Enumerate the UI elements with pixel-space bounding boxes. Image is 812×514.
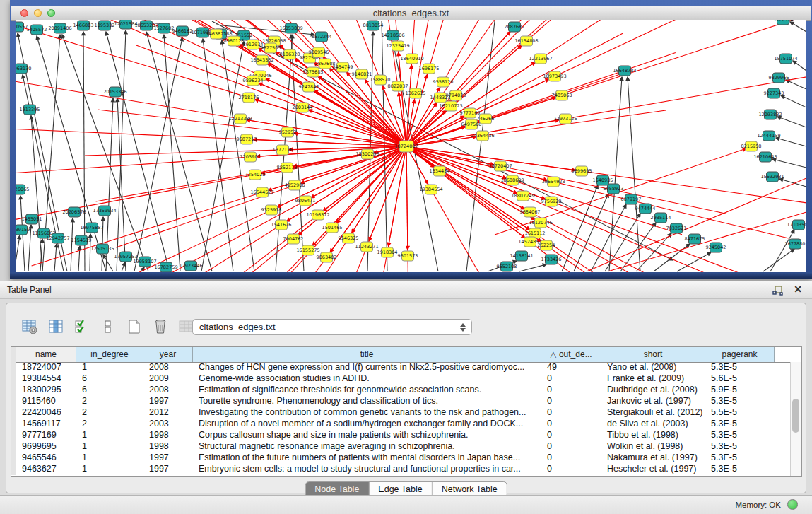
graph-node-label: 9827505 xyxy=(261,45,281,51)
graph-node-label: 15720407 xyxy=(488,163,512,169)
graph-node-label: 16782759 xyxy=(154,264,177,270)
graph-node-label: 8186328 xyxy=(280,52,300,57)
table-cell: 9699695 xyxy=(16,441,76,452)
row-height-icon[interactable] xyxy=(99,317,117,336)
table-row[interactable]: 977716911998Corpus callosum shape and si… xyxy=(11,430,790,441)
column-header-year[interactable]: year xyxy=(143,347,193,362)
table-cell: 6 xyxy=(76,385,143,396)
create-column-icon[interactable] xyxy=(125,317,143,336)
graph-node-label: 8454749 xyxy=(333,64,353,70)
table-row[interactable]: 1456911722003Disruption of a novel membe… xyxy=(11,419,790,430)
table-cell: 2008 xyxy=(143,362,193,373)
graph-node-label: 19958107 xyxy=(133,259,156,264)
network-canvas[interactable]: 1340557140557220891406146688310953321202… xyxy=(16,20,806,272)
column-header-name[interactable]: name xyxy=(16,347,76,362)
graph-node-label: 15692931 xyxy=(760,174,784,180)
table-row[interactable]: 2242004622012Investigating the contribut… xyxy=(11,407,790,419)
table-row[interactable]: 1938455462009Genome-wide association stu… xyxy=(11,373,790,385)
graph-node-label: 1466883 xyxy=(73,23,94,28)
close-panel-icon[interactable]: ✕ xyxy=(794,284,802,295)
graph-node-label: 2326065 xyxy=(16,187,29,192)
graph-node-label: 12444159 xyxy=(757,133,780,139)
graph-node-label: 18807249 xyxy=(511,193,534,199)
table-cell: de Silva et al. (2003) xyxy=(601,419,705,430)
table-cell: Investigating the contribution of common… xyxy=(193,407,541,419)
memory-status-indicator[interactable] xyxy=(787,499,798,510)
citation-network-graph[interactable]: 1340557140557220891406146688310953321202… xyxy=(16,20,806,272)
graph-node-label: 14218506 xyxy=(381,33,404,38)
table-cell: 5.3E-5 xyxy=(705,441,775,452)
column-header-in_degree[interactable]: in_degree xyxy=(76,347,143,362)
graph-node-label: 252254 xyxy=(538,243,555,248)
table-cell: Stergiakouli et al. (2012) xyxy=(601,407,705,419)
graph-node-label: 17103504 xyxy=(787,222,806,228)
table-cell: 9777169 xyxy=(16,430,76,441)
table-row[interactable]: 1872400712008Changes of HCN gene express… xyxy=(11,362,790,373)
column-header-pagerank[interactable]: pagerank xyxy=(705,347,775,362)
graph-node-label: 7904762 xyxy=(283,236,304,242)
graph-node-label: 746266 xyxy=(477,116,495,122)
graph-node-label: 9466162 xyxy=(172,28,193,34)
graph-node-label: 1372176 xyxy=(273,147,293,153)
table-cell: 1 xyxy=(76,362,143,373)
graph-node-label: 7485063 xyxy=(552,93,572,98)
graph-node-label: 2803144 xyxy=(293,105,313,110)
delete-column-icon[interactable] xyxy=(151,317,170,336)
table-cell: Corpus callosum shape and size in male p… xyxy=(193,430,541,441)
table-cell: 5.9E-5 xyxy=(705,385,775,396)
table-cell: 0 xyxy=(541,464,601,475)
select-columns-icon[interactable] xyxy=(73,317,91,336)
scrollbar-thumb[interactable] xyxy=(792,399,799,433)
table-cell: Tourette syndrome. Phenomenology and cla… xyxy=(193,396,541,407)
table-cell: Dudbridge et al. (2008) xyxy=(601,385,705,396)
show-columns-icon[interactable] xyxy=(47,317,65,336)
table-cell: 9115460 xyxy=(16,396,76,407)
table-cell: 49 xyxy=(541,362,601,373)
column-header-out_de[interactable]: △ out_de... xyxy=(541,347,601,362)
window-titlebar[interactable]: citations_edges.txt xyxy=(11,6,811,21)
table-cell: 1997 xyxy=(143,464,193,475)
graph-node-label: 16155275 xyxy=(296,247,319,253)
graph-node-label: 5875685 xyxy=(303,69,324,75)
table-row[interactable]: 911546021997Tourette syndrome. Phenomeno… xyxy=(11,396,790,407)
graph-node-label: 16648784 xyxy=(613,68,636,74)
graph-node-label: 16210723 xyxy=(439,103,462,109)
table-row[interactable]: 946554611997Estimation of the future num… xyxy=(11,452,790,464)
table-cell: 1 xyxy=(76,452,143,464)
graph-node-label: 9587213 xyxy=(237,136,257,142)
table-cell: Disruption of a novel member of a sodium… xyxy=(193,419,541,430)
table-selector-dropdown[interactable]: citations_edges.txt xyxy=(192,319,472,335)
graph-node-label: 12942757 xyxy=(46,235,69,241)
table-cell: 22420046 xyxy=(16,407,76,419)
table-cell: Wolkin et al. (1998) xyxy=(601,441,705,452)
graph-node-label: 9474444 xyxy=(635,206,656,211)
graph-node-label: 8960128 xyxy=(224,38,245,44)
table-row[interactable]: 1830029562008Estimation of significance … xyxy=(11,385,790,396)
table-cell: 5.3E-5 xyxy=(705,419,775,430)
window-title: citations_edges.txt xyxy=(11,8,811,18)
table-cell: Embryonic stem cells: a model to study s… xyxy=(193,464,541,475)
graph-node-label: 9806471 xyxy=(295,198,316,204)
graph-node-label: 1913395 xyxy=(20,107,40,112)
table-cell: 1998 xyxy=(143,441,193,452)
graph-node-label: 9245042 xyxy=(706,245,726,250)
graph-node-label: 8215958 xyxy=(741,144,762,149)
table-cell: 1 xyxy=(76,464,143,475)
graph-node-label: 9242848 xyxy=(299,84,319,90)
column-header-title[interactable]: title xyxy=(193,347,541,362)
graph-node-label: 19654923 xyxy=(541,179,565,185)
float-panel-icon[interactable] xyxy=(772,285,784,296)
graph-node-label: 9329966 xyxy=(769,75,789,81)
node-table: namein_degreeyeartitle△ out_de...shortpa… xyxy=(11,346,802,477)
graph-node-label: 1696175 xyxy=(419,66,440,71)
table-row[interactable]: 969969511998Structural magnetic resonanc… xyxy=(11,441,790,452)
table-settings-icon[interactable] xyxy=(20,317,39,336)
column-header-short[interactable]: short xyxy=(601,347,705,362)
vertical-scrollbar[interactable] xyxy=(790,362,801,476)
table-cell: Yano et al. (2008) xyxy=(601,362,705,373)
row-gutter xyxy=(11,419,16,430)
table-cell: 0 xyxy=(541,419,601,430)
graph-node-label: 1615112 xyxy=(525,230,546,236)
graph-node-label: 2087682 xyxy=(505,24,525,30)
table-row[interactable]: 946362711997Embryonic stem cells: a mode… xyxy=(11,464,790,475)
